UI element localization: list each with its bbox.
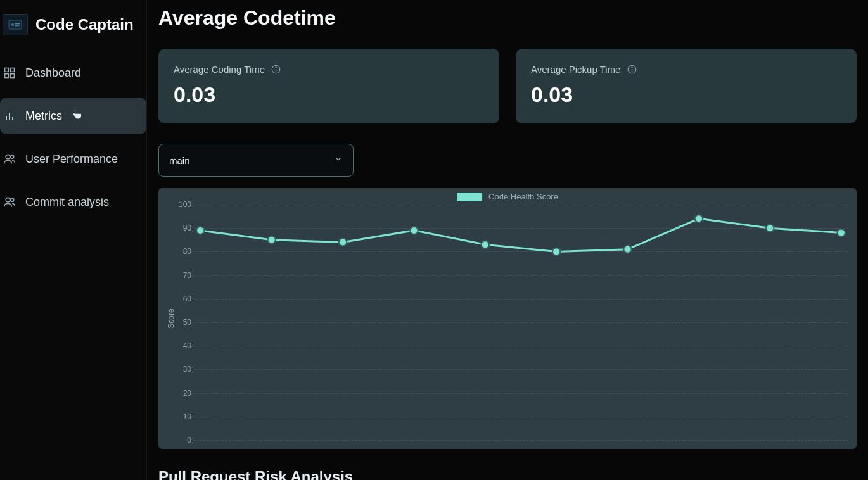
logo-icon [8,18,23,31]
sidebar-item-metrics[interactable]: Metrics [0,98,146,134]
y-tick: 0 [174,436,191,445]
gridline [194,322,848,323]
chart-point [268,236,276,244]
chart-point [482,241,489,248]
svg-rect-0 [9,20,22,29]
svg-rect-5 [11,68,15,72]
y-tick: 100 [174,200,191,209]
users-icon [3,152,16,166]
stat-cards: Average Coding Time 0.03 Average Pickup … [158,49,857,123]
card-value: 0.03 [531,82,841,107]
svg-rect-7 [11,74,15,78]
svg-rect-2 [15,23,20,25]
brand-title: Code Captain [35,16,134,34]
gridline [194,346,848,346]
page-title: Average Codetime [158,6,857,30]
card-average-coding-time: Average Coding Time 0.03 [158,49,499,123]
gridline [194,393,848,394]
chevron-down-icon [334,155,343,166]
chart-point [695,215,703,222]
gridline [194,205,848,205]
chart-legend: Code Health Score [457,192,558,201]
sidebar-item-user-performance[interactable]: User Performance [0,141,146,177]
y-tick: 10 [174,412,191,421]
brand-logo [3,14,28,35]
main-content: Average Codetime Average Coding Time 0.0… [147,0,868,480]
info-icon[interactable] [627,65,637,75]
gridline [194,228,848,229]
card-label: Average Pickup Time [531,64,620,75]
sidebar-nav: Dashboard Metrics [0,54,146,220]
chart-card: Code Health Score Score 1009080706050403… [158,188,857,449]
pointer-cursor-icon [72,110,81,122]
users-icon [3,195,16,209]
gridline [194,369,848,370]
gridline [194,440,848,441]
info-icon[interactable] [271,65,281,75]
y-tick: 90 [174,224,191,232]
svg-rect-4 [5,68,9,72]
svg-point-20 [632,67,632,68]
subheading-pull-request-risk: Pull Request Risk Analysis [158,468,857,480]
svg-rect-3 [15,25,19,27]
y-tick: 40 [174,341,191,350]
sidebar-item-label: Commit analysis [25,196,109,209]
legend-swatch [457,193,482,201]
y-tick: 20 [174,389,191,398]
svg-point-14 [11,198,14,201]
svg-rect-6 [5,74,9,78]
gridline [194,299,848,300]
svg-point-17 [276,67,276,68]
svg-point-12 [11,155,14,158]
sidebar-item-dashboard[interactable]: Dashboard [0,54,146,91]
bar-chart-icon [3,109,16,123]
y-tick: 80 [174,247,191,256]
brand-block: Code Captain [0,14,146,54]
branch-select-value: main [169,155,190,166]
branch-select[interactable]: main [158,144,354,177]
card-average-pickup-time: Average Pickup Time 0.03 [516,49,857,123]
sidebar: Code Captain Dashboard [0,0,147,480]
y-tick: 50 [174,318,191,327]
sidebar-item-label: Dashboard [25,66,81,80]
y-tick: 60 [174,294,191,303]
sidebar-item-commit-analysis[interactable]: Commit analysis [0,184,146,220]
card-label: Average Coding Time [174,64,265,75]
y-tick: 30 [174,365,191,374]
gridline [194,251,848,252]
grid-icon [3,66,16,80]
chart-point [837,229,845,237]
sidebar-item-label: Metrics [25,110,62,123]
chart-point [339,239,347,246]
svg-point-1 [11,23,14,26]
svg-point-13 [6,198,10,202]
y-tick: 70 [174,271,191,280]
sidebar-item-label: User Performance [25,153,118,166]
legend-label: Code Health Score [488,192,558,201]
gridline [194,275,848,276]
svg-point-11 [6,155,10,159]
gridline [194,417,848,417]
card-value: 0.03 [174,82,484,107]
